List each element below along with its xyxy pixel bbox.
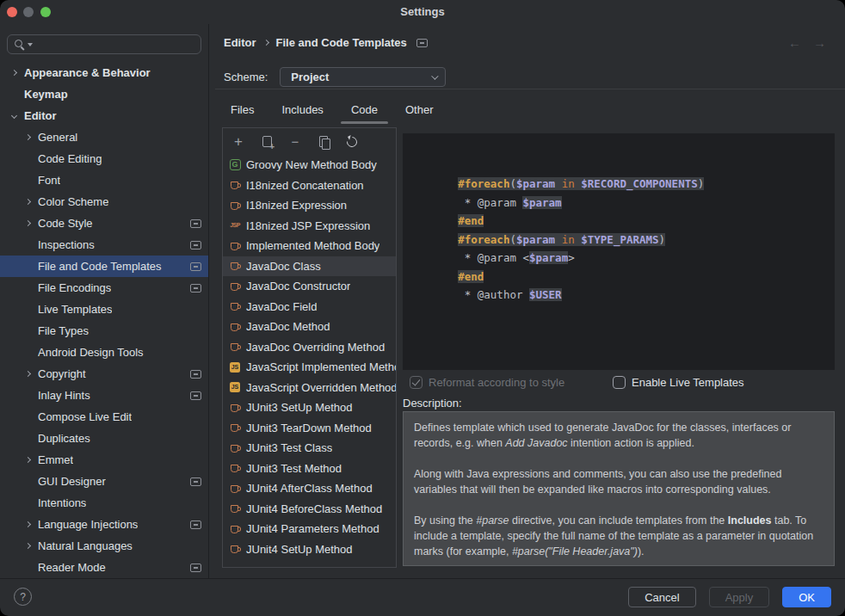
sidebar-item[interactable]: File Types [0, 320, 208, 342]
ok-button[interactable]: OK [782, 587, 831, 607]
sidebar-item[interactable]: Duplicates [0, 428, 208, 449]
sidebar-item[interactable]: General [0, 126, 208, 148]
add-template-button[interactable] [228, 132, 249, 151]
breadcrumb-parent[interactable]: Editor [224, 36, 256, 49]
template-list-item[interactable]: I18nized Expression [223, 195, 396, 216]
description-segment: #parse [476, 514, 509, 527]
tab-includes[interactable]: Includes [271, 100, 333, 124]
template-type-icon [229, 502, 241, 514]
template-list-item[interactable]: JavaDoc Field [223, 297, 396, 317]
template-list-item[interactable]: JavaScript Implemented Method Body [223, 357, 396, 378]
sidebar-item[interactable]: Reader Mode [0, 557, 208, 578]
template-type-icon [229, 219, 241, 231]
template-list-item[interactable]: JUnit3 SetUp Method [223, 397, 396, 418]
template-name: Groovy New Method Body [246, 158, 377, 171]
template-list-item[interactable]: Implemented Method Body [223, 236, 396, 256]
help-button[interactable]: ? [14, 588, 32, 606]
tab-files[interactable]: Files [220, 100, 264, 124]
tab-code[interactable]: Code [341, 100, 388, 124]
live-templates-option[interactable]: Enable Live Templates [613, 376, 744, 389]
sidebar-item[interactable]: Keymap [0, 83, 208, 105]
template-name: JUnit3 SetUp Method [246, 401, 353, 414]
sidebar-item[interactable]: Emmet [0, 449, 208, 471]
chevron-icon[interactable] [11, 113, 17, 119]
sidebar-item[interactable]: GUI Designer [0, 471, 208, 492]
settings-content: Editor File and Code Templates ← → Schem… [209, 24, 845, 578]
sidebar-item[interactable]: Language Injections [0, 514, 208, 535]
sidebar-item[interactable]: Code Style [0, 213, 208, 234]
sidebar-item-label: Font [38, 174, 60, 187]
template-list-item[interactable]: JUnit4 Parameters Method [223, 519, 396, 539]
template-list-item[interactable]: JavaDoc Class [223, 256, 396, 277]
template-type-icon [229, 422, 241, 434]
chevron-icon[interactable] [25, 199, 31, 205]
description-paragraph: By using the #parse directive, you can i… [414, 513, 823, 559]
sidebar-item[interactable]: Intentions [0, 492, 208, 514]
chevron-icon[interactable] [25, 457, 31, 463]
sidebar-item-label: Color Scheme [38, 195, 108, 208]
sidebar-item[interactable]: Appearance & Behavior [0, 62, 208, 83]
description-box[interactable]: Defines template which used to generate … [403, 411, 835, 566]
sidebar-item[interactable]: Inspections [0, 234, 208, 256]
reformat-checkbox[interactable] [410, 376, 422, 389]
description-segment: By using the [414, 514, 476, 527]
sidebar-item[interactable]: File and Code Templates [0, 256, 208, 277]
live-templates-label: Enable Live Templates [632, 376, 744, 389]
template-list-item[interactable]: I18nized Concatenation [223, 176, 396, 196]
back-arrow-button[interactable]: ← [788, 35, 801, 50]
reset-template-button[interactable] [342, 132, 362, 151]
sidebar-item[interactable]: Copyright [0, 363, 208, 385]
template-list-item[interactable]: JUnit4 SetUp Method [223, 539, 396, 560]
breadcrumb: Editor File and Code Templates [224, 36, 428, 49]
reformat-option[interactable]: Reformat according to style [410, 376, 564, 389]
template-list-item[interactable]: JavaDoc Overriding Method [223, 337, 396, 358]
sidebar-item[interactable]: Natural Languages [0, 535, 208, 557]
template-list-item[interactable]: JUnit3 Test Class [223, 438, 396, 459]
sidebar-item[interactable]: Live Templates [0, 299, 208, 320]
title-bar[interactable]: Settings [0, 0, 845, 24]
template-list-item[interactable]: JUnit4 AfterClass Method [223, 478, 396, 499]
sidebar-item[interactable]: Editor [0, 105, 208, 126]
template-name: Implemented Method Body [246, 239, 379, 252]
sidebar-item-label: Inlay Hints [38, 389, 90, 402]
template-list-item[interactable]: JUnit3 Test Method [223, 459, 396, 479]
forward-arrow-button[interactable]: → [813, 35, 826, 50]
cancel-button[interactable]: Cancel [628, 587, 695, 607]
sidebar-item[interactable]: Font [0, 169, 208, 191]
sidebar-item[interactable]: Inlay Hints [0, 385, 208, 406]
sidebar-item[interactable]: Color Scheme [0, 191, 208, 213]
live-templates-checkbox[interactable] [613, 376, 626, 389]
template-type-icon [229, 260, 241, 272]
template-list-item[interactable]: I18nized JSP Expression [223, 216, 396, 237]
tab-other[interactable]: Other [395, 100, 444, 124]
code-token [555, 177, 562, 190]
chevron-icon[interactable] [25, 371, 31, 377]
window-title: Settings [0, 5, 845, 18]
duplicate-template-button[interactable] [313, 132, 334, 151]
chevron-icon[interactable] [25, 220, 31, 226]
template-list-item[interactable]: JUnit3 TearDown Method [223, 418, 396, 439]
sidebar-item[interactable]: Compose Live Edit [0, 406, 208, 428]
sidebar-item-label: Duplicates [38, 432, 90, 445]
template-list-item[interactable]: JavaDoc Constructor [223, 276, 396, 297]
settings-search-input[interactable] [7, 34, 201, 54]
sidebar-item[interactable]: Android Design Tools [0, 342, 208, 363]
copy-template-button[interactable] [256, 132, 277, 151]
template-list-item[interactable]: JavaDoc Method [223, 317, 396, 337]
scheme-dropdown[interactable]: Project [280, 67, 446, 87]
template-code-editor[interactable]: #foreach($param in $RECORD_COMPONENTS) *… [403, 133, 835, 370]
chevron-icon[interactable] [25, 134, 31, 140]
sidebar-item-label: Emmet [38, 453, 73, 466]
template-list-item[interactable]: Groovy New Method Body [223, 155, 396, 176]
template-list-toolbar [223, 128, 396, 155]
chevron-icon[interactable] [25, 521, 31, 527]
chevron-icon[interactable] [25, 543, 31, 549]
sidebar-item[interactable]: Code Editing [0, 148, 208, 169]
template-list-item[interactable]: JavaScript Overridden Method Body [223, 378, 396, 398]
apply-button[interactable]: Apply [709, 587, 770, 607]
template-list-item[interactable]: JUnit4 BeforeClass Method [223, 499, 396, 520]
chevron-icon[interactable] [11, 70, 17, 76]
sidebar-item-label: Editor [24, 109, 57, 122]
sidebar-item[interactable]: File Encodings [0, 277, 208, 299]
remove-template-button[interactable] [285, 132, 305, 151]
